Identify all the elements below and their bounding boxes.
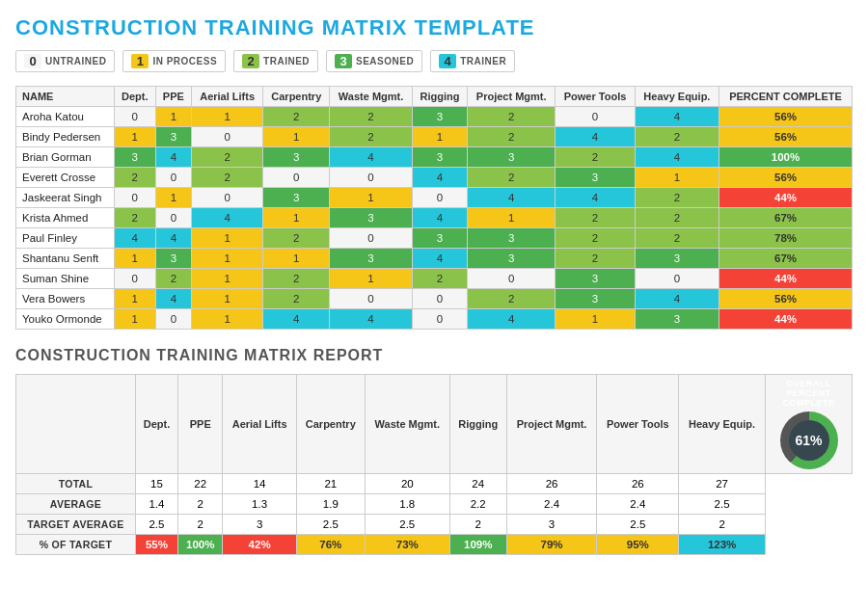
matrix-cell-9-2: 1	[191, 289, 262, 309]
report-cell-3-5: 109%	[449, 535, 506, 555]
report-cell-1-6: 2.4	[506, 494, 597, 515]
matrix-pct-7: 67%	[719, 249, 853, 269]
matrix-header-7: Project Mgmt.	[468, 87, 556, 107]
matrix-row-1: Bindy Pedersen13012124256%	[16, 127, 853, 147]
matrix-row-3: Everett Crosse20200423156%	[16, 168, 853, 188]
matrix-header-4: Carpentry	[263, 87, 330, 107]
matrix-cell-1-7: 4	[556, 127, 635, 147]
report-header-0: Dept.	[135, 375, 177, 474]
page-title: CONSTRUCTION TRAINING MATRIX TEMPLATE	[15, 15, 853, 40]
legend-item-1: 1 IN PROCESS	[122, 50, 226, 72]
matrix-cell-2-0: 3	[114, 147, 155, 168]
matrix-cell-10-4: 4	[330, 309, 413, 330]
report-cell-2-0: 2.5	[135, 515, 177, 535]
report-header-6: Project Mgmt.	[506, 375, 597, 474]
report-header-3: Carpentry	[296, 375, 365, 474]
matrix-pct-0: 56%	[719, 107, 853, 127]
report-header-1: PPE	[178, 375, 223, 474]
report-cell-0-4: 20	[365, 474, 449, 494]
gauge-inner: 61%	[789, 420, 829, 461]
matrix-header-10: PERCENT COMPLETE	[719, 87, 853, 107]
gauge-wrap: OVERALLPERCENTCOMPLETE 61%	[772, 379, 846, 469]
legend-item-3: 3 SEASONED	[326, 50, 422, 72]
matrix-cell-0-4: 2	[330, 107, 413, 127]
matrix-cell-5-0: 2	[114, 208, 155, 228]
matrix-cell-8-2: 1	[191, 269, 262, 289]
matrix-cell-7-6: 3	[468, 249, 556, 269]
report-cell-3-0: 55%	[135, 535, 177, 555]
matrix-cell-10-3: 4	[263, 309, 330, 330]
report-header-2: Aerial Lifts	[223, 375, 296, 474]
matrix-cell-10-1: 0	[155, 309, 191, 330]
matrix-cell-9-5: 0	[412, 289, 467, 309]
report-cell-0-3: 21	[296, 474, 365, 494]
matrix-cell-7-0: 1	[114, 249, 155, 269]
report-cell-3-3: 76%	[296, 535, 365, 555]
report-cell-3-8: 123%	[679, 535, 766, 555]
matrix-cell-9-4: 0	[330, 289, 413, 309]
matrix-cell-0-7: 0	[556, 107, 635, 127]
matrix-cell-6-5: 3	[412, 228, 467, 249]
matrix-name-2: Brian Gorman	[16, 147, 115, 168]
matrix-cell-1-6: 2	[468, 127, 556, 147]
report-cell-0-7: 26	[597, 474, 679, 494]
matrix-cell-8-4: 1	[330, 269, 413, 289]
matrix-cell-7-7: 2	[556, 249, 635, 269]
matrix-cell-0-8: 4	[635, 107, 719, 127]
matrix-cell-3-3: 0	[263, 168, 330, 188]
report-header-5: Rigging	[449, 375, 506, 474]
matrix-row-8: Suman Shine02121203044%	[16, 269, 853, 289]
matrix-cell-5-5: 4	[412, 208, 467, 228]
overall-label: OVERALLPERCENTCOMPLETE	[782, 379, 834, 408]
matrix-cell-0-1: 1	[155, 107, 191, 127]
matrix-cell-8-5: 2	[412, 269, 467, 289]
report-row-label-3: % OF TARGET	[16, 535, 136, 555]
matrix-cell-9-6: 2	[468, 289, 556, 309]
matrix-header-0: NAME	[16, 87, 115, 107]
matrix-cell-3-8: 1	[635, 168, 719, 188]
report-cell-1-3: 1.9	[296, 494, 365, 515]
matrix-name-0: Aroha Katou	[16, 107, 115, 127]
matrix-cell-2-5: 3	[412, 147, 467, 168]
report-header-4: Waste Mgmt.	[365, 375, 449, 474]
matrix-cell-3-2: 2	[191, 168, 262, 188]
matrix-cell-2-8: 4	[635, 147, 719, 168]
report-empty-header	[16, 375, 136, 474]
matrix-cell-8-6: 0	[468, 269, 556, 289]
matrix-cell-10-7: 1	[556, 309, 635, 330]
matrix-cell-5-7: 2	[556, 208, 635, 228]
matrix-cell-8-3: 2	[263, 269, 330, 289]
matrix-cell-6-2: 1	[191, 228, 262, 249]
matrix-name-9: Vera Bowers	[16, 289, 115, 309]
gauge-circle: 61%	[780, 411, 838, 469]
matrix-cell-1-5: 1	[412, 127, 467, 147]
matrix-header-5: Waste Mgmt.	[330, 87, 413, 107]
report-cell-2-1: 2	[178, 515, 223, 535]
legend-item-4: 4 TRAINER	[430, 50, 515, 72]
matrix-cell-5-4: 3	[330, 208, 413, 228]
matrix-pct-6: 78%	[719, 228, 853, 249]
matrix-row-4: Jaskeerat Singh01031044244%	[16, 188, 853, 208]
matrix-cell-9-0: 1	[114, 289, 155, 309]
matrix-cell-6-4: 0	[330, 228, 413, 249]
matrix-cell-3-4: 0	[330, 168, 413, 188]
report-cell-1-7: 2.4	[597, 494, 679, 515]
matrix-cell-0-2: 1	[191, 107, 262, 127]
matrix-cell-4-3: 3	[263, 188, 330, 208]
matrix-cell-1-4: 2	[330, 127, 413, 147]
matrix-cell-7-8: 3	[635, 249, 719, 269]
matrix-cell-7-2: 1	[191, 249, 262, 269]
matrix-cell-7-3: 1	[263, 249, 330, 269]
matrix-cell-5-1: 0	[155, 208, 191, 228]
matrix-cell-6-0: 4	[114, 228, 155, 249]
matrix-name-6: Paul Finley	[16, 228, 115, 249]
matrix-cell-4-5: 0	[412, 188, 467, 208]
matrix-cell-4-6: 4	[468, 188, 556, 208]
matrix-row-2: Brian Gorman342343324100%	[16, 147, 853, 168]
matrix-cell-3-7: 3	[556, 168, 635, 188]
matrix-cell-6-6: 3	[468, 228, 556, 249]
report-cell-2-2: 3	[223, 515, 296, 535]
legend-label-2: TRAINED	[263, 56, 310, 66]
matrix-cell-6-7: 2	[556, 228, 635, 249]
matrix-cell-0-0: 0	[114, 107, 155, 127]
